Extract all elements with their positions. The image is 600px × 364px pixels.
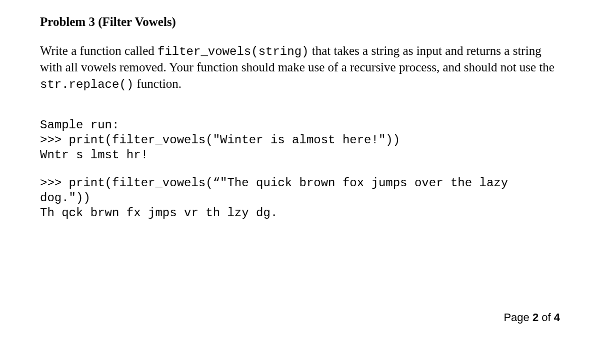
- code-function-signature: filter_vowels(string): [158, 45, 308, 58]
- page-prefix: Page: [504, 311, 532, 324]
- sample-run-header: Sample run:: [40, 118, 560, 132]
- sample-output-2: Th qck brwn fx jmps vr th lzy dg.: [40, 206, 560, 221]
- page-middle: of: [538, 311, 554, 324]
- page-total: 4: [554, 311, 560, 324]
- description-text-3: function.: [134, 77, 182, 90]
- sample-line-1: >>> print(filter_vowels("Winter is almos…: [40, 133, 560, 148]
- page-current: 2: [532, 311, 538, 324]
- description-text-1: Write a function called: [40, 44, 158, 57]
- code-forbidden-function: str.replace(): [40, 78, 134, 91]
- page-indicator: Page 2 of 4: [504, 311, 560, 324]
- problem-description: Write a function called filter_vowels(st…: [40, 43, 560, 92]
- sample-output-1: Wntr s lmst hr!: [40, 148, 560, 163]
- sample-line-2: >>> print(filter_vowels(“"The quick brow…: [40, 176, 560, 206]
- problem-title: Problem 3 (Filter Vowels): [40, 15, 560, 29]
